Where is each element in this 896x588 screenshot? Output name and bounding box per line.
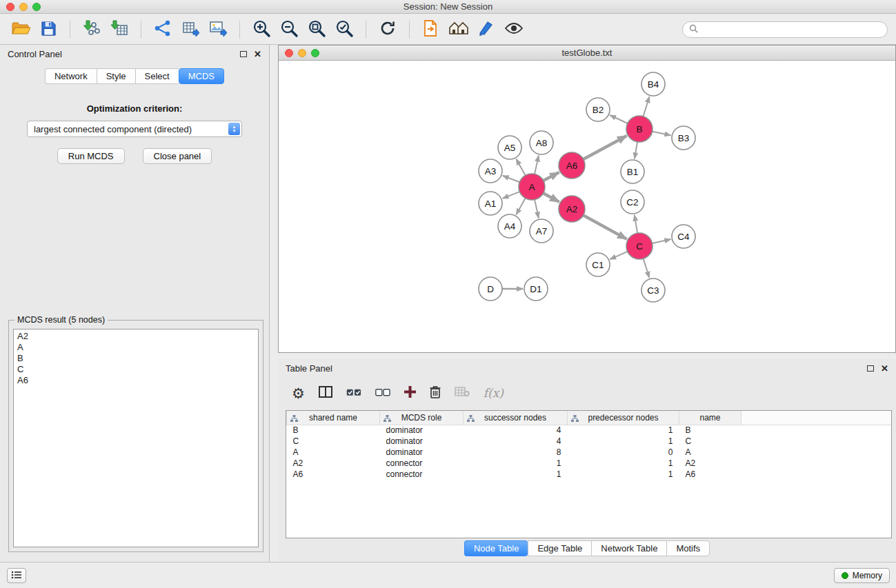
tab-motifs[interactable]: Motifs (666, 540, 710, 556)
table-cell[interactable]: 4 (464, 425, 568, 436)
close-panel-icon[interactable]: ✕ (254, 51, 261, 58)
table-cell[interactable]: 4 (464, 436, 568, 447)
graph-node-B2[interactable]: B2 (586, 98, 610, 121)
edge-A-A1[interactable] (503, 192, 520, 199)
delete-column-button[interactable] (430, 385, 441, 401)
show-panels-button[interactable] (7, 568, 26, 583)
graph-node-A2[interactable]: A2 (559, 196, 585, 222)
table-cell[interactable]: connector (380, 469, 464, 480)
table-cell[interactable]: 1 (464, 458, 568, 469)
network-zoom-button[interactable] (311, 49, 319, 57)
column-header-successor-nodes[interactable]: successor nodes (464, 411, 568, 425)
refresh-layout-button[interactable] (375, 17, 400, 42)
table-cell[interactable]: A6 (287, 469, 380, 480)
table-cell[interactable]: A6 (679, 469, 741, 480)
table-cell[interactable]: 1 (464, 469, 568, 480)
table-cell[interactable]: 0 (568, 447, 679, 458)
graph-node-B3[interactable]: B3 (672, 126, 695, 150)
criterion-dropdown[interactable]: largest connected component (directed) ▲… (27, 121, 242, 137)
show-columns-button[interactable] (319, 386, 332, 400)
tab-mcds[interactable]: MCDS (179, 68, 224, 84)
zoom-window-button[interactable] (32, 3, 41, 11)
table-cell[interactable]: dominator (380, 447, 464, 458)
graph-node-A1[interactable]: A1 (479, 192, 502, 215)
select-all-button[interactable] (346, 388, 361, 398)
table-row[interactable]: Adominator80A (287, 447, 892, 458)
edge-A6-B[interactable] (584, 136, 627, 159)
graph-node-B[interactable]: B (626, 116, 653, 142)
table-row[interactable]: A6connector11A6 (287, 469, 892, 480)
edge-B-B4[interactable] (644, 97, 650, 116)
new-network-button[interactable] (150, 17, 175, 42)
edge-A-A7[interactable] (535, 200, 539, 219)
tab-edge-table[interactable]: Edge Table (528, 540, 591, 556)
table-cell[interactable]: A (287, 447, 380, 458)
network-close-button[interactable] (285, 49, 293, 57)
column-header-predecessor-nodes[interactable]: predecessor nodes (568, 411, 679, 425)
table-cell[interactable]: C (679, 436, 741, 447)
table-cell[interactable]: A2 (679, 458, 741, 469)
memory-button[interactable]: Memory (834, 568, 890, 583)
table-cell[interactable]: B (287, 425, 380, 436)
mcds-result-list[interactable]: A2ABCA6 (13, 329, 259, 547)
edge-A-A2[interactable] (544, 193, 559, 202)
toggle-visibility-button[interactable] (501, 17, 526, 42)
mcds-result-item[interactable]: A2 (14, 331, 258, 342)
network-minimize-button[interactable] (298, 49, 306, 57)
table-cell[interactable]: A2 (287, 458, 380, 469)
edge-A-A3[interactable] (503, 176, 520, 182)
home-button[interactable] (446, 17, 471, 42)
close-panel-button[interactable]: Close panel (143, 148, 212, 164)
edge-A2-C[interactable] (584, 215, 627, 239)
graph-node-A[interactable]: A (519, 174, 545, 200)
graph-node-C[interactable]: C (626, 233, 653, 259)
graph-node-A6[interactable]: A6 (559, 152, 585, 179)
tab-style[interactable]: Style (97, 68, 135, 84)
delete-table-button[interactable] (455, 387, 470, 399)
graph-node-A4[interactable]: A4 (498, 214, 521, 238)
mcds-result-item[interactable]: A6 (14, 375, 258, 386)
table-row[interactable]: Cdominator41C (287, 436, 892, 447)
mcds-result-item[interactable]: C (14, 364, 258, 375)
graph-node-B1[interactable]: B1 (621, 160, 644, 183)
graph-node-D1[interactable]: D1 (524, 277, 548, 301)
search-box[interactable] (682, 21, 888, 38)
graph-node-A3[interactable]: A3 (479, 159, 502, 183)
save-session-button[interactable] (36, 17, 61, 42)
network-window-titlebar[interactable]: testGlobe.txt (279, 45, 895, 61)
import-table-button[interactable] (107, 17, 132, 42)
table-settings-button[interactable]: ⚙ (292, 386, 305, 401)
edge-A-A5[interactable] (516, 159, 525, 176)
edge-B-B1[interactable] (635, 142, 637, 159)
edge-C-C2[interactable] (635, 215, 637, 233)
network-graph[interactable]: B4B2BB3A8A5A6A3B1AC2A1A2A4A7C4CC1DD1C3 (279, 61, 895, 352)
graph-node-C2[interactable]: C2 (621, 190, 644, 214)
column-header-shared-name[interactable]: shared name (287, 411, 380, 425)
add-column-button[interactable] (404, 386, 416, 400)
table-cell[interactable]: 8 (464, 447, 568, 458)
float-panel-icon[interactable] (867, 365, 874, 372)
tab-select[interactable]: Select (135, 68, 179, 84)
graph-node-A5[interactable]: A5 (498, 136, 521, 159)
graph-node-B4[interactable]: B4 (641, 72, 665, 96)
import-network-button[interactable] (79, 17, 104, 42)
search-input[interactable] (701, 25, 881, 34)
zoom-out-button[interactable] (277, 17, 301, 42)
table-cell[interactable]: 1 (568, 458, 679, 469)
graph-node-C1[interactable]: C1 (586, 253, 610, 276)
table-cell[interactable]: B (679, 425, 741, 436)
run-mcds-button[interactable]: Run MCDS (57, 148, 125, 164)
table-cell[interactable]: connector (380, 458, 464, 469)
column-header-name[interactable]: name (679, 411, 741, 425)
tab-node-table[interactable]: Node Table (464, 540, 528, 556)
table-cell[interactable]: C (287, 436, 380, 447)
table-cell[interactable]: 1 (568, 469, 679, 480)
zoom-selected-button[interactable] (332, 17, 357, 42)
mcds-result-item[interactable]: A (14, 342, 258, 353)
minimize-window-button[interactable] (19, 3, 28, 11)
network-canvas[interactable]: B4B2BB3A8A5A6A3B1AC2A1A2A4A7C4CC1DD1C3 (279, 61, 895, 352)
table-cell[interactable]: dominator (380, 436, 464, 447)
deselect-all-button[interactable] (375, 388, 390, 398)
edge-C-C4[interactable] (653, 239, 671, 243)
graph-node-D[interactable]: D (479, 277, 502, 301)
